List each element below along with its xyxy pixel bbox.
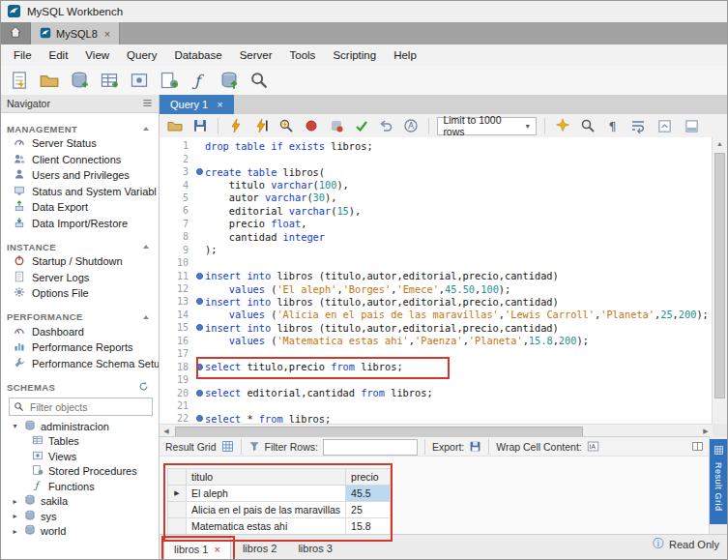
menu-edit[interactable]: Edit bbox=[41, 46, 77, 64]
create-table-icon[interactable] bbox=[99, 70, 120, 91]
result-tab-libros-1[interactable]: libros 1× bbox=[163, 538, 231, 559]
nav-item-status-and-system-variabl[interactable]: Status and System Variabl bbox=[1, 184, 159, 200]
refresh-icon[interactable] bbox=[138, 381, 149, 394]
grid-cell[interactable]: 25 bbox=[346, 502, 391, 518]
show-output-icon[interactable] bbox=[681, 115, 702, 136]
code-line-13[interactable]: 13insert into libros (titulo,autor,edito… bbox=[160, 295, 727, 308]
column-header-precio[interactable]: precio bbox=[346, 469, 391, 486]
code-line-6[interactable]: 6 editorial varchar(15), bbox=[160, 204, 727, 217]
connection-tab-mysql8[interactable]: MySQL8 × bbox=[31, 22, 120, 44]
schema-filter[interactable] bbox=[9, 398, 153, 416]
nav-item-client-connections[interactable]: Client Connections bbox=[1, 152, 159, 168]
section-management[interactable]: MANAGEMENT bbox=[1, 122, 159, 135]
limit-rows-dropdown[interactable]: Limit to 1000 rows▼ bbox=[437, 117, 537, 135]
database-backup-icon[interactable] bbox=[218, 70, 240, 91]
execute-icon[interactable] bbox=[226, 115, 246, 136]
row-marker[interactable] bbox=[168, 518, 187, 535]
code-line-17[interactable]: 17 bbox=[160, 347, 727, 360]
close-icon[interactable]: × bbox=[214, 544, 219, 555]
tab-result-grid-vertical[interactable]: Result Grid bbox=[710, 439, 727, 524]
open-script-icon[interactable] bbox=[165, 115, 185, 136]
grid-cell[interactable]: El aleph bbox=[187, 486, 346, 502]
code-line-12[interactable]: 12 values ('El aleph','Borges','Emece',4… bbox=[160, 282, 727, 295]
columns-icon[interactable] bbox=[691, 440, 704, 455]
nav-item-data-import-restore[interactable]: Data Import/Restore bbox=[1, 216, 159, 232]
grid-cell[interactable]: Alicia en el pais de las maravillas bbox=[187, 502, 346, 518]
open-sql-script-icon[interactable] bbox=[39, 70, 60, 91]
nav-item-data-export[interactable]: Data Export bbox=[1, 199, 159, 216]
scrollbar-thumb[interactable] bbox=[714, 153, 725, 398]
code-line-20[interactable]: 20select editorial,cantidad from libros; bbox=[160, 386, 727, 398]
autocommit-icon[interactable]: A bbox=[401, 115, 421, 136]
wrap-cell-content-icon[interactable]: IA bbox=[587, 440, 599, 455]
section-performance[interactable]: PERFORMANCE bbox=[1, 310, 159, 324]
code-line-14[interactable]: 14 values ('Alicia en el pais de las mar… bbox=[160, 309, 727, 321]
create-procedure-icon[interactable] bbox=[159, 70, 180, 91]
wrap-text-icon[interactable] bbox=[628, 115, 648, 136]
nav-item-server-logs[interactable]: Server Logs bbox=[1, 270, 159, 286]
menu-file[interactable]: File bbox=[5, 46, 41, 64]
nav-item-dashboard[interactable]: Dashboard bbox=[1, 324, 159, 340]
find-icon[interactable] bbox=[578, 115, 597, 136]
code-line-2[interactable]: 2 bbox=[160, 152, 727, 164]
collapse-arrow-icon[interactable]: ▸ bbox=[11, 497, 19, 506]
code-line-16[interactable]: 16 values ('Matematica estas ahi','Paenz… bbox=[160, 335, 727, 347]
row-marker[interactable]: ▶ bbox=[168, 486, 187, 502]
sql-code-editor[interactable]: 1drop table if exists libros;23create ta… bbox=[160, 137, 727, 424]
save-script-icon[interactable] bbox=[190, 115, 210, 136]
code-line-11[interactable]: 11insert into libros (titulo,autor,edito… bbox=[160, 269, 727, 281]
schema-world[interactable]: ▸world bbox=[1, 524, 159, 540]
menu-view[interactable]: View bbox=[76, 46, 118, 64]
collapse-editor-icon[interactable] bbox=[654, 115, 675, 136]
close-icon[interactable]: × bbox=[217, 99, 222, 110]
nav-item-performance-schema-setu[interactable]: Performance Schema Setu bbox=[1, 356, 159, 372]
menu-database[interactable]: Database bbox=[165, 46, 230, 64]
grid-cell[interactable]: 15.8 bbox=[346, 518, 391, 535]
expand-arrow-icon[interactable]: ▾ bbox=[11, 422, 19, 430]
code-line-1[interactable]: 1drop table if exists libros; bbox=[160, 139, 727, 152]
scroll-up-icon[interactable]: ▲ bbox=[713, 137, 727, 151]
schema-object-stored-procedures[interactable]: Stored Procedures bbox=[1, 464, 159, 480]
code-line-7[interactable]: 7 precio float, bbox=[160, 218, 727, 230]
code-line-5[interactable]: 5 autor varchar(30), bbox=[160, 192, 727, 204]
vertical-scrollbar[interactable]: ▲ bbox=[712, 137, 727, 424]
grid-cell[interactable]: 45.5 bbox=[346, 486, 391, 502]
grid-cell[interactable]: Matematica estas ahi bbox=[187, 518, 346, 535]
create-schema-icon[interactable] bbox=[69, 70, 90, 91]
menu-server[interactable]: Server bbox=[231, 46, 281, 64]
section-schemas[interactable]: SCHEMAS bbox=[1, 380, 159, 394]
column-header-titulo[interactable]: titulo bbox=[187, 469, 346, 486]
schema-sys[interactable]: ▸sys bbox=[1, 509, 159, 524]
explain-icon[interactable] bbox=[277, 115, 296, 136]
stop-icon[interactable] bbox=[302, 115, 321, 136]
code-line-21[interactable]: 21 bbox=[160, 399, 727, 412]
rollback-icon[interactable] bbox=[377, 115, 396, 136]
nav-item-server-status[interactable]: Server Status bbox=[1, 135, 159, 152]
execute-current-icon[interactable] bbox=[251, 115, 271, 136]
result-tab-libros-2[interactable]: libros 2 bbox=[233, 538, 286, 558]
toggle-stop-on-error-icon[interactable] bbox=[327, 115, 346, 136]
hamburger-icon[interactable] bbox=[142, 98, 153, 110]
code-line-15[interactable]: 15insert into libros (titulo,autor,edito… bbox=[160, 321, 727, 334]
close-icon[interactable]: × bbox=[104, 28, 110, 40]
search-icon[interactable] bbox=[248, 70, 270, 91]
code-line-22[interactable]: 22select * from libros; bbox=[160, 412, 727, 424]
beautify-icon[interactable] bbox=[553, 115, 572, 136]
code-line-19[interactable]: 19 bbox=[160, 373, 727, 386]
code-line-10[interactable]: 10 bbox=[160, 256, 727, 269]
schema-object-functions[interactable]: ƒFunctions bbox=[1, 479, 159, 494]
collapse-arrow-icon[interactable]: ▸ bbox=[11, 512, 19, 520]
menu-tools[interactable]: Tools bbox=[281, 46, 325, 64]
code-line-18[interactable]: 18select titulo,precio from libros; bbox=[160, 360, 727, 372]
export-icon[interactable] bbox=[469, 440, 481, 455]
result-tab-libros-3[interactable]: libros 3 bbox=[288, 538, 341, 558]
nav-item-startup-shutdown[interactable]: Startup / Shutdown bbox=[1, 253, 159, 270]
code-line-8[interactable]: 8 cantidad integer bbox=[160, 230, 727, 243]
row-marker[interactable] bbox=[168, 502, 187, 518]
schema-object-tables[interactable]: Tables bbox=[1, 434, 159, 450]
nav-item-users-and-privileges[interactable]: Users and Privileges bbox=[1, 167, 159, 184]
commit-icon[interactable] bbox=[352, 115, 371, 136]
nav-item-performance-reports[interactable]: Performance Reports bbox=[1, 339, 159, 356]
menu-scripting[interactable]: Scripting bbox=[324, 46, 385, 64]
section-instance[interactable]: INSTANCE bbox=[1, 240, 159, 253]
